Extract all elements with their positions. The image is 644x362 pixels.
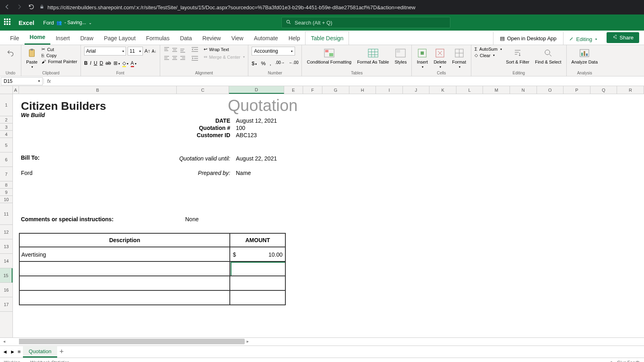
open-in-desktop-button[interactable]: ▤Open in Desktop App [493, 32, 564, 45]
search-input[interactable]: Search (Alt + Q) [281, 17, 450, 28]
workbook-stats-button[interactable]: Workbook Statistics [30, 360, 69, 362]
row-header-15[interactable]: 15 [0, 268, 12, 283]
find-select-button[interactable]: Find & Select [533, 47, 563, 65]
cut-button[interactable]: ✂Cut [41, 47, 77, 52]
col-header-E[interactable]: E [284, 86, 303, 94]
col-header-F[interactable]: F [303, 86, 322, 94]
table-row[interactable] [19, 261, 230, 276]
percent-format-button[interactable]: % [261, 60, 266, 66]
spreadsheet-grid[interactable]: ABCDEFGHIJKLMNOPQR 123456789101112131415… [0, 86, 644, 346]
fill-color-button[interactable]: ◇▾ [122, 60, 128, 66]
tab-file[interactable]: File [5, 32, 25, 45]
app-launcher-icon[interactable] [4, 19, 12, 27]
autosum-button[interactable]: ΣAutoSum▾ [475, 47, 502, 51]
row-header-2[interactable]: 2 [0, 116, 12, 123]
col-header-N[interactable]: N [510, 86, 537, 94]
decrease-indent-button[interactable] [192, 47, 198, 54]
tab-table-design[interactable]: Table Design [305, 31, 349, 45]
tab-review[interactable]: Review [197, 32, 226, 45]
merge-center-button[interactable]: ⇔Merge & Center▾ [204, 54, 245, 60]
grow-font-button[interactable]: A↑ [144, 48, 150, 54]
wrap-text-button[interactable]: ↩Wrap Text [204, 47, 245, 52]
accounting-format-button[interactable]: $▾ [252, 60, 257, 66]
delete-cells-button[interactable]: Delete▾ [432, 47, 448, 70]
align-bottom-button[interactable] [180, 47, 187, 54]
all-sheets-button[interactable]: ≡ [18, 349, 21, 355]
analyze-data-button[interactable]: Analyze Data [570, 47, 599, 65]
tab-draw[interactable]: Draw [75, 32, 99, 45]
row-header-8[interactable]: 8 [0, 181, 12, 189]
insert-cells-button[interactable]: Insert▾ [415, 47, 429, 70]
sheet-nav-next[interactable]: ► [10, 349, 15, 355]
row1-description[interactable]: Avertising [19, 247, 230, 261]
borders-button[interactable]: ⊞▾ [114, 60, 120, 66]
row-header-3[interactable]: 3 [0, 123, 12, 131]
number-format-select[interactable]: Accounting▾ [252, 47, 295, 56]
tab-view[interactable]: View [226, 32, 249, 45]
table-row[interactable] [230, 261, 285, 276]
name-box[interactable]: D15▾ [1, 77, 43, 85]
paste-button[interactable]: Paste▾ [25, 47, 39, 70]
col-header-L[interactable]: L [456, 86, 483, 94]
tab-data[interactable]: Data [175, 32, 197, 45]
decrease-decimal-button[interactable]: ←.00 [289, 60, 299, 66]
add-sheet-button[interactable]: + [60, 348, 64, 356]
row1-amount[interactable]: $10.00 [230, 247, 285, 261]
col-header-C[interactable]: C [177, 86, 229, 94]
undo-button[interactable] [3, 47, 18, 60]
font-size-select[interactable]: 11▾ [128, 47, 143, 56]
reload-icon[interactable] [28, 4, 35, 11]
tab-page-layout[interactable]: Page Layout [99, 32, 141, 45]
strikethrough-button[interactable]: ab [105, 60, 111, 66]
col-header-D[interactable]: D [229, 86, 284, 94]
underline-button[interactable]: U [94, 60, 97, 66]
increase-decimal-button[interactable]: .00→ [275, 60, 285, 66]
cell-styles-button[interactable]: Styles [393, 47, 408, 65]
col-header-G[interactable]: G [322, 86, 349, 94]
table-row[interactable] [19, 276, 230, 290]
col-header-O[interactable]: O [537, 86, 564, 94]
copy-button[interactable]: ⎘Copy [41, 53, 77, 58]
tab-help[interactable]: Help [283, 32, 305, 45]
back-icon[interactable] [4, 4, 10, 11]
give-feedback-button[interactable]: Give Feedb [617, 360, 640, 362]
table-row[interactable] [19, 290, 230, 305]
col-header-Q[interactable]: Q [590, 86, 617, 94]
row-header-1[interactable]: 1 [0, 94, 12, 116]
italic-button[interactable]: I [90, 60, 91, 66]
font-name-select[interactable]: Arial▾ [84, 47, 126, 56]
row-header-11[interactable]: 11 [0, 203, 12, 225]
document-name[interactable]: Ford [43, 20, 54, 26]
tab-formulas[interactable]: Formulas [141, 32, 175, 45]
row-header-5[interactable]: 5 [0, 138, 12, 152]
align-top-button[interactable] [163, 47, 171, 54]
horizontal-scrollbar[interactable]: ◄ ► [0, 337, 644, 345]
col-header-A[interactable]: A [13, 86, 19, 94]
format-as-table-button[interactable]: Format As Table [355, 47, 390, 65]
format-cells-button[interactable]: Format▾ [450, 47, 468, 70]
col-header-R[interactable]: R [617, 86, 644, 94]
row-header-9[interactable]: 9 [0, 189, 12, 196]
row-header-12[interactable]: 12 [0, 225, 12, 239]
shrink-font-button[interactable]: A↓ [152, 49, 157, 53]
double-underline-button[interactable]: D [100, 60, 103, 66]
tab-insert[interactable]: Insert [50, 32, 75, 45]
tab-automate[interactable]: Automate [249, 32, 283, 45]
col-header-J[interactable]: J [403, 86, 430, 94]
formula-input[interactable] [54, 77, 644, 85]
row-header-10[interactable]: 10 [0, 196, 12, 203]
align-left-button[interactable] [163, 55, 171, 62]
row-header-13[interactable]: 13 [0, 239, 12, 254]
url-text[interactable]: https://citizenbuilders.sharepoint.com/:… [47, 4, 415, 10]
sheet-nav-prev[interactable]: ◄ [2, 349, 8, 355]
row-header-16[interactable]: 16 [0, 283, 12, 297]
font-color-button[interactable]: A▾ [131, 60, 136, 66]
col-header-B[interactable]: B [19, 86, 177, 94]
row-header-17[interactable]: 17 [0, 297, 12, 312]
fx-icon[interactable]: fx [43, 78, 54, 84]
comma-format-button[interactable]: , [270, 60, 271, 66]
select-all-corner[interactable] [0, 86, 13, 94]
conditional-formatting-button[interactable]: Conditional Formatting [305, 47, 353, 65]
clear-button[interactable]: ◇Clear▾ [475, 53, 502, 58]
align-right-button[interactable] [180, 55, 187, 62]
